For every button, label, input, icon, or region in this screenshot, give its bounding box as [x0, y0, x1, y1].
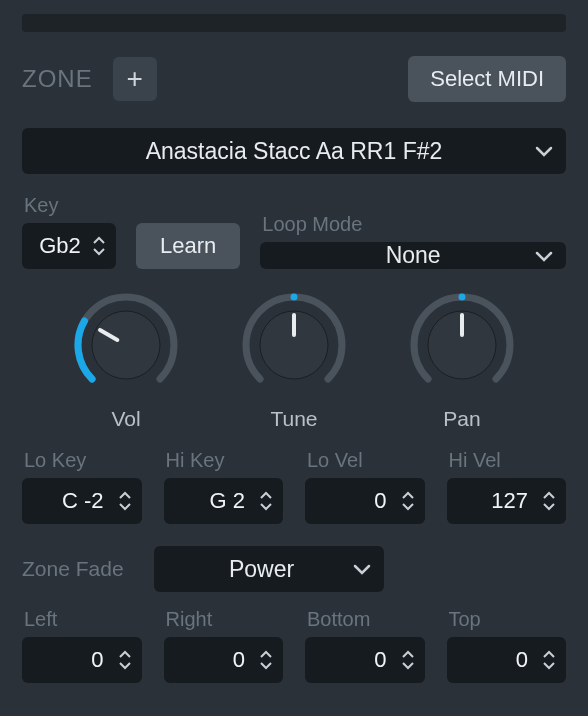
- stepper-arrows-icon: [118, 650, 134, 670]
- loop-mode-value: None: [304, 242, 522, 269]
- pan-knob[interactable]: [410, 293, 514, 397]
- vol-label: Vol: [111, 407, 140, 431]
- knobs-row: Vol Tune: [22, 293, 566, 431]
- zone-header: ZONE + Select MIDI: [22, 56, 566, 102]
- lo-vel-stepper[interactable]: 0: [305, 478, 425, 524]
- bottom-stepper[interactable]: 0: [305, 637, 425, 683]
- toolbar-strip: [22, 14, 566, 32]
- learn-button[interactable]: Learn: [136, 223, 240, 269]
- tune-label: Tune: [270, 407, 317, 431]
- vol-knob[interactable]: [74, 293, 178, 397]
- lo-vel-label: Lo Vel: [305, 449, 425, 472]
- stepper-arrows-icon: [259, 491, 275, 511]
- fade-row: Left 0 Right 0 Bottom 0 To: [22, 608, 566, 683]
- zone-fade-label: Zone Fade: [22, 557, 124, 581]
- zone-fade-value: Power: [184, 556, 340, 583]
- key-stepper[interactable]: Gb2: [22, 223, 116, 269]
- stepper-arrows-icon: [92, 236, 108, 256]
- stepper-arrows-icon: [542, 650, 558, 670]
- left-stepper[interactable]: 0: [22, 637, 142, 683]
- chevron-down-icon: [340, 563, 384, 575]
- key-value: Gb2: [36, 233, 84, 259]
- left-label: Left: [22, 608, 142, 631]
- stepper-arrows-icon: [542, 491, 558, 511]
- lo-key-label: Lo Key: [22, 449, 142, 472]
- hi-key-stepper[interactable]: G 2: [164, 478, 284, 524]
- hi-vel-label: Hi Vel: [447, 449, 567, 472]
- chevron-down-icon: [522, 145, 566, 157]
- right-stepper[interactable]: 0: [164, 637, 284, 683]
- pan-label: Pan: [443, 407, 480, 431]
- top-stepper[interactable]: 0: [447, 637, 567, 683]
- sample-name: Anastacia Stacc Aa RR1 F#2: [66, 138, 522, 165]
- sample-selector[interactable]: Anastacia Stacc Aa RR1 F#2: [22, 128, 566, 174]
- hi-key-label: Hi Key: [164, 449, 284, 472]
- lo-key-stepper[interactable]: C -2: [22, 478, 142, 524]
- zone-title: ZONE: [22, 65, 93, 93]
- loop-mode-selector[interactable]: None: [260, 242, 566, 269]
- select-midi-button[interactable]: Select MIDI: [408, 56, 566, 102]
- hi-vel-stepper[interactable]: 127: [447, 478, 567, 524]
- key-label: Key: [22, 194, 116, 217]
- loop-mode-label: Loop Mode: [260, 213, 566, 236]
- chevron-down-icon: [522, 250, 566, 262]
- stepper-arrows-icon: [401, 491, 417, 511]
- plus-icon: +: [126, 63, 142, 95]
- stepper-arrows-icon: [259, 650, 275, 670]
- stepper-arrows-icon: [118, 491, 134, 511]
- bottom-label: Bottom: [305, 608, 425, 631]
- key-vel-row: Lo Key C -2 Hi Key G 2 Lo Vel 0: [22, 449, 566, 524]
- right-label: Right: [164, 608, 284, 631]
- add-zone-button[interactable]: +: [113, 57, 157, 101]
- tune-knob[interactable]: [242, 293, 346, 397]
- stepper-arrows-icon: [401, 650, 417, 670]
- top-label: Top: [447, 608, 567, 631]
- svg-point-0: [92, 311, 160, 379]
- zone-fade-selector[interactable]: Power: [154, 546, 384, 592]
